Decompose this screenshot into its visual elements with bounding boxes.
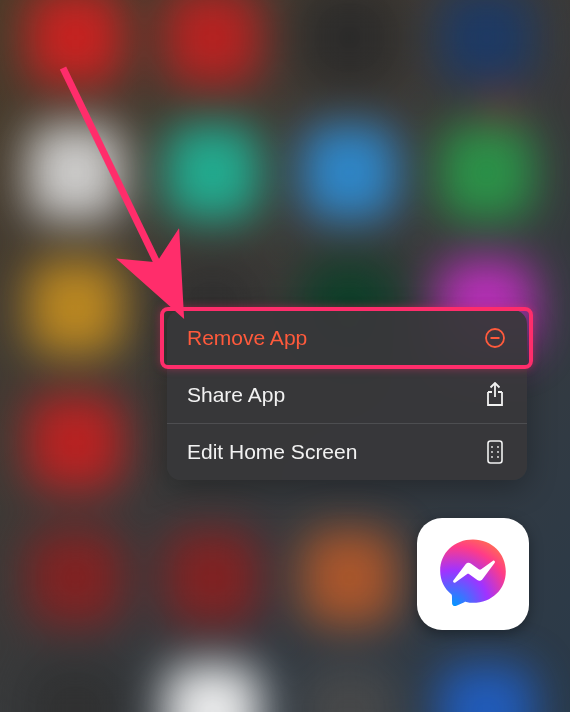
messenger-app-icon[interactable] [417,518,529,630]
app-context-menu: Remove App Share App Edit Home Screen [167,310,527,480]
menu-item-remove-app[interactable]: Remove App [167,310,527,366]
svg-point-5 [491,451,493,453]
share-icon [483,383,507,407]
menu-label: Edit Home Screen [187,440,357,464]
menu-item-share-app[interactable]: Share App [167,366,527,423]
remove-icon [483,326,507,350]
messenger-logo-icon [432,533,514,615]
svg-point-6 [497,451,499,453]
svg-point-4 [497,446,499,448]
svg-rect-2 [488,441,502,463]
edit-home-icon [483,440,507,464]
svg-point-8 [497,456,499,458]
menu-item-edit-home-screen[interactable]: Edit Home Screen [167,423,527,480]
svg-point-7 [491,456,493,458]
menu-label: Share App [187,383,285,407]
svg-point-3 [491,446,493,448]
menu-label: Remove App [187,326,307,350]
